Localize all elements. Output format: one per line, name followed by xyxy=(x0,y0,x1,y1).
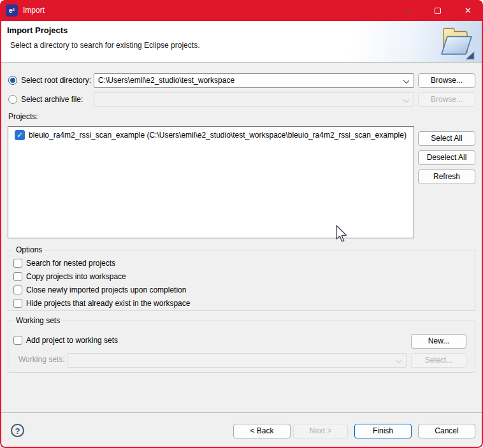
import-folder-icon xyxy=(437,23,475,60)
root-directory-combobox[interactable]: C:\Users\emil\e2_studio\test_workspace xyxy=(94,73,414,88)
e2-studio-app-icon: e² xyxy=(6,4,18,17)
next-button[interactable]: Next > xyxy=(293,424,348,438)
option-label: Hide projects that already exist in the … xyxy=(26,299,190,308)
help-button[interactable]: ? xyxy=(11,424,24,437)
chevron-down-icon xyxy=(403,97,409,103)
project-checkbox[interactable]: ✓ xyxy=(15,130,25,140)
window-titlebar[interactable]: e² Import ✕ xyxy=(0,0,483,21)
close-imported-checkbox[interactable] xyxy=(13,285,22,294)
deselect-all-button[interactable]: Deselect All xyxy=(418,150,475,165)
add-to-working-sets-checkbox[interactable] xyxy=(13,336,22,345)
minimize-button[interactable] xyxy=(393,0,422,21)
projects-list[interactable]: ✓ bleuio_ra4m2_rssi_scan_example (C:\Use… xyxy=(8,126,414,238)
options-legend: Options xyxy=(13,245,45,254)
footer-divider xyxy=(0,412,483,413)
finish-button[interactable]: Finish xyxy=(354,424,412,438)
select-all-button[interactable]: Select All xyxy=(418,131,475,146)
option-label: Copy projects into workspace xyxy=(26,272,126,281)
options-group: Options Search for nested projects Copy … xyxy=(8,250,475,311)
maximize-icon xyxy=(435,8,441,14)
minimize-icon xyxy=(405,10,412,11)
project-list-item[interactable]: ✓ bleuio_ra4m2_rssi_scan_example (C:\Use… xyxy=(8,129,414,142)
chevron-down-icon[interactable] xyxy=(403,78,409,83)
cancel-button[interactable]: Cancel xyxy=(418,424,475,438)
import-dialog-window: e² Import ✕ Import Projects Select a dir… xyxy=(0,0,483,448)
archive-file-label: Select archive file: xyxy=(21,95,83,104)
chevron-down-icon xyxy=(396,358,401,363)
projects-label: Projects: xyxy=(8,112,38,121)
refresh-button[interactable]: Refresh xyxy=(418,170,475,184)
copy-projects-checkbox[interactable] xyxy=(13,272,22,281)
dialog-header: Import Projects Select a directory to se… xyxy=(0,21,483,62)
root-directory-radio[interactable] xyxy=(8,76,17,85)
page-subtitle: Select a directory to search for existin… xyxy=(10,41,199,50)
page-title: Import Projects xyxy=(7,25,68,35)
root-directory-label: Select root directory: xyxy=(21,76,91,85)
window-title: Import xyxy=(23,0,45,21)
maximize-button[interactable] xyxy=(423,0,452,21)
option-label: Close newly imported projects upon compl… xyxy=(26,285,186,294)
option-label: Search for nested projects xyxy=(26,259,115,268)
close-icon: ✕ xyxy=(465,6,472,15)
hide-existing-checkbox[interactable] xyxy=(13,299,22,308)
select-working-set-button[interactable]: Select... xyxy=(411,353,466,368)
working-sets-field-label: Working sets: xyxy=(18,355,64,364)
browse-archive-button[interactable]: Browse... xyxy=(418,92,475,107)
archive-file-combobox[interactable] xyxy=(94,92,414,107)
project-item-label: bleuio_ra4m2_rssi_scan_example (C:\Users… xyxy=(29,131,407,140)
browse-root-button[interactable]: Browse... xyxy=(418,73,475,88)
working-sets-group: Working sets Add project to working sets… xyxy=(8,321,475,373)
working-sets-combobox[interactable] xyxy=(68,353,407,368)
add-to-working-sets-label: Add project to working sets xyxy=(26,336,118,345)
back-button[interactable]: < Back xyxy=(233,424,291,438)
new-working-set-button[interactable]: New... xyxy=(411,334,466,349)
nested-projects-checkbox[interactable] xyxy=(13,259,22,268)
mouse-cursor-icon xyxy=(335,225,348,243)
root-directory-value: C:\Users\emil\e2_studio\test_workspace xyxy=(98,76,234,85)
close-button[interactable]: ✕ xyxy=(453,0,483,21)
archive-file-radio[interactable] xyxy=(8,95,17,104)
working-sets-legend: Working sets xyxy=(13,316,62,325)
